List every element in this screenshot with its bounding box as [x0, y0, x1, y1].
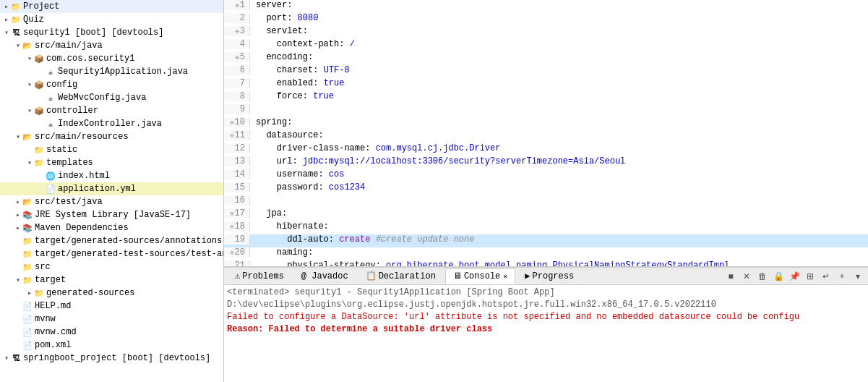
sidebar-item-appyml[interactable]: 📄application.yml: [0, 182, 223, 195]
code-line-18: ⊖18 hibernate:: [224, 221, 868, 234]
code-area[interactable]: ⊖1server:2 port: 8080⊖3 servlet:4 contex…: [224, 0, 868, 266]
tree-arrow-srcmainresources: ▾: [14, 132, 22, 141]
sidebar-item-mvnwcmd[interactable]: 📄mvnw.cmd: [0, 326, 223, 339]
sidebar-item-mvnw[interactable]: 📄mvnw: [0, 313, 223, 326]
main-area: ▸📁Project▸📁Quiz▾🏗sequrity1 [boot] [devto…: [0, 0, 868, 382]
panel-tab-problems[interactable]: ⚠Problems: [227, 268, 292, 284]
code-line-9: 9: [224, 104, 868, 117]
line-content: driver-class-name: com.mysql.cj.jdbc.Dri…: [250, 143, 868, 153]
tree-label-helpmd: HELP.md: [35, 301, 220, 311]
sidebar-item-indexcontroller[interactable]: ☕IndexController.java: [0, 117, 223, 130]
sidebar-item-springbootproject[interactable]: ▾🏗springboot_project [boot] [devtools]: [0, 352, 223, 365]
sidebar-item-pomxml[interactable]: 📄pom.xml: [0, 339, 223, 352]
console-error-line1: Failed to configure a DataSource: 'url' …: [227, 311, 865, 323]
line-content: datasource:: [250, 130, 868, 140]
console-tab-label: Console: [464, 271, 500, 281]
console-reason-line: Reason: Failed to determine a suitable d…: [227, 323, 865, 336]
panel-tab-console[interactable]: 🖥Console✕: [445, 268, 515, 284]
sidebar-item-srcmainjava[interactable]: ▾📂src/main/java: [0, 39, 223, 52]
tree-arrow-target: ▾: [14, 276, 22, 284]
fold-marker[interactable]: ⊖: [230, 119, 233, 127]
view-menu-button[interactable]: ▾: [851, 270, 865, 283]
progress-tab-icon: ▶: [525, 271, 530, 281]
panel-tab-javadoc[interactable]: @ Javadoc: [293, 268, 356, 284]
sidebar-item-target[interactable]: ▾📁target: [0, 273, 223, 286]
sidebar-item-webmvcconfig[interactable]: ☕WebMvcConfig.java: [0, 91, 223, 104]
sidebar-item-templates[interactable]: ▾📁templates: [0, 156, 223, 169]
pin-console-button[interactable]: 📌: [787, 270, 802, 283]
code-line-6: 6 charset: UTF-8: [224, 65, 868, 78]
sidebar-item-jresyslib[interactable]: ▸📚JRE System Library [JavaSE-17]: [0, 208, 223, 221]
line-number: 21: [224, 260, 250, 266]
code-line-10: ⊖10spring:: [224, 117, 868, 130]
fold-marker[interactable]: ⊖: [235, 54, 239, 61]
sidebar-item-controller[interactable]: ▾📦controller: [0, 104, 223, 117]
fold-marker[interactable]: ⊖: [235, 28, 239, 35]
line-content: enabled: true: [250, 78, 868, 88]
code-line-4: 4 context-path: /: [224, 39, 868, 52]
sidebar-item-gensources[interactable]: ▸📁generated-sources: [0, 286, 223, 300]
fold-marker[interactable]: ⊖: [230, 132, 233, 140]
sidebar-item-comcossecurity1[interactable]: ▾📦com.cos.security1: [0, 52, 223, 65]
terminate-button[interactable]: ■: [723, 270, 738, 283]
line-number: ⊖18: [224, 221, 250, 232]
sidebar-item-srctestjava[interactable]: ▸📂src/test/java: [0, 195, 223, 208]
panel-actions: ■ ✕ 🗑 🔒 📌 ⊞ ↵ + ▾: [723, 270, 865, 283]
sidebar-item-quiz[interactable]: ▸📁Quiz: [0, 13, 223, 26]
line-number: 12: [224, 143, 250, 153]
tree-icon-target: 📁: [22, 276, 33, 285]
tree-icon-srcmainresources: 📂: [22, 132, 33, 142]
tree-label-templates: templates: [46, 158, 220, 168]
panel-tab-declaration[interactable]: 📋Declaration: [358, 268, 444, 284]
line-content: spring:: [250, 117, 868, 127]
line-content: [250, 195, 868, 205]
close-console-button[interactable]: ✕: [503, 272, 507, 281]
tree-label-seqrity1app: Sequrity1Application.java: [58, 67, 220, 77]
fold-marker[interactable]: ⊖: [230, 224, 233, 231]
tree-icon-indexhtml: 🌐: [45, 171, 56, 181]
tree-arrow-gensources: ▸: [26, 289, 33, 297]
tree-icon-comcossecurity1: 📦: [33, 54, 45, 64]
sidebar-item-src2[interactable]: 📁src: [0, 260, 223, 273]
code-line-12: 12 driver-class-name: com.mysql.cj.jdbc.…: [224, 143, 868, 156]
sidebar-item-srcmainresources[interactable]: ▾📂src/main/resources: [0, 130, 223, 143]
line-number: ⊖5: [224, 52, 250, 62]
remove-launch-button[interactable]: ✕: [739, 270, 754, 283]
scroll-lock-button[interactable]: 🔒: [771, 270, 786, 283]
sidebar-item-static[interactable]: 📁static: [0, 143, 223, 156]
sidebar-item-seqrity1[interactable]: ▾🏗sequrity1 [boot] [devtools]: [0, 26, 223, 39]
fold-marker[interactable]: ⊖: [230, 250, 233, 257]
new-console-button[interactable]: +: [835, 270, 849, 283]
line-content: charset: UTF-8: [250, 65, 868, 75]
sidebar-item-mavendeps[interactable]: ▸📚Maven Dependencies: [0, 221, 223, 234]
clear-console-button[interactable]: 🗑: [755, 270, 770, 283]
tree-label-controller: controller: [46, 106, 220, 116]
open-console-button[interactable]: ⊞: [803, 270, 817, 283]
line-number: ⊖1: [224, 0, 250, 10]
sidebar-item-project[interactable]: ▸📁Project: [0, 0, 223, 13]
code-line-20: ⊖20 naming:: [224, 247, 868, 260]
word-wrap-button[interactable]: ↵: [819, 270, 833, 283]
sidebar-item-seqrity1app[interactable]: ☕Sequrity1Application.java: [0, 65, 223, 78]
fold-marker[interactable]: ⊖: [230, 211, 233, 218]
sidebar-item-targetgentest[interactable]: 📁target/generated-test-sources/test-anno…: [0, 247, 223, 260]
line-number: 16: [224, 195, 250, 205]
tree-label-srcmainresources: src/main/resources: [35, 132, 220, 142]
sidebar-item-helpmd[interactable]: 📄HELP.md: [0, 300, 223, 313]
line-content: physical-strategy: org.hibernate.boot.mo…: [250, 260, 868, 266]
line-number: 8: [224, 91, 250, 101]
sidebar-item-targetgenann[interactable]: 📁target/generated-sources/annotations: [0, 234, 223, 247]
fold-marker[interactable]: ⊖: [235, 2, 239, 9]
sidebar-item-config[interactable]: ▾📦config: [0, 78, 223, 91]
tree-label-appyml: application.yml: [58, 184, 220, 194]
panel-tab-progress[interactable]: ▶Progress: [517, 268, 582, 284]
console-tab-icon: 🖥: [453, 271, 462, 281]
code-line-8: 8 force: true: [224, 91, 868, 104]
problems-tab-icon: ⚠: [235, 271, 240, 281]
tree-label-mvnwcmd: mvnw.cmd: [35, 327, 220, 337]
line-number: ⊖17: [224, 208, 250, 218]
line-number: 2: [224, 13, 250, 23]
sidebar-item-indexhtml[interactable]: 🌐index.html: [0, 169, 223, 182]
tree-arrow-springbootproject: ▾: [3, 354, 10, 362]
line-content: jpa:: [250, 208, 868, 218]
